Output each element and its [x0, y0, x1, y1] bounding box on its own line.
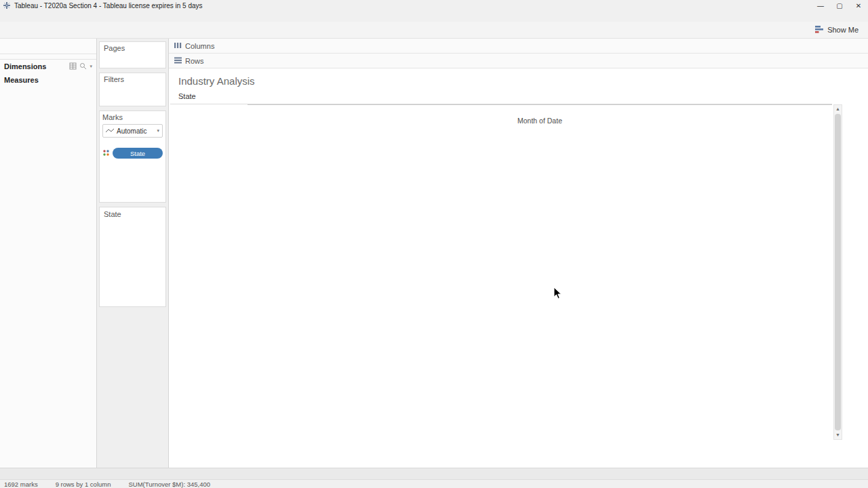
x-axis[interactable] [248, 104, 832, 115]
chevron-down-icon[interactable]: ▾ [90, 64, 92, 69]
status-rows-columns: 9 rows by 1 column [56, 481, 111, 488]
data-pane: Dimensions ▾ Measures [0, 39, 97, 468]
close-icon[interactable]: ✕ [849, 2, 868, 9]
marks-state-pill[interactable]: State [113, 148, 163, 159]
scroll-up-icon[interactable]: ▲ [835, 105, 840, 113]
columns-shelf[interactable]: Columns [169, 39, 868, 54]
filters-shelf[interactable]: Filters [99, 73, 166, 106]
rows-icon [174, 57, 182, 65]
worksheet-area: Columns Rows Industry Analysis State Mon… [169, 39, 868, 468]
cards-column: Pages Filters Marks Automatic ▾ State St… [97, 39, 169, 468]
window-title: Tableau - T2020a Section 4 - Tableau lic… [14, 2, 203, 9]
dimensions-header: Dimensions [4, 62, 46, 70]
view-grid-icon[interactable] [69, 62, 77, 71]
row-field-header[interactable]: State [178, 92, 868, 100]
sheet-title: Industry Analysis [178, 75, 868, 87]
vertical-scrollbar[interactable]: ▲ ▼ [833, 104, 842, 440]
legend-title: State [104, 210, 161, 218]
rows-shelf[interactable]: Rows [169, 54, 868, 68]
color-legend-icon [102, 149, 111, 158]
sheet-tabs-bar [0, 468, 868, 479]
line-mark-icon [106, 127, 114, 135]
status-bar: 1692 marks 9 rows by 1 column SUM(Turnov… [0, 479, 868, 488]
x-axis-title: Month of Date [248, 115, 832, 125]
sheet-canvas: Industry Analysis State Month of Date ▲ … [169, 68, 868, 468]
toolbar: Show Me [0, 22, 868, 39]
measures-header: Measures [4, 76, 39, 84]
search-icon[interactable] [79, 62, 87, 71]
menu-bar [0, 11, 868, 22]
columns-icon [174, 42, 182, 50]
mark-type-dropdown[interactable]: Automatic ▾ [102, 124, 163, 138]
color-legend-card: State [99, 207, 166, 307]
scroll-down-icon[interactable]: ▼ [835, 431, 840, 439]
show-me-icon [815, 26, 824, 35]
status-marks-count: 1692 marks [4, 481, 38, 488]
minimize-icon[interactable]: — [811, 2, 830, 9]
maximize-icon[interactable]: ▢ [830, 2, 849, 9]
mouse-cursor [553, 287, 562, 302]
show-me-button[interactable]: Show Me [815, 26, 859, 35]
pages-shelf[interactable]: Pages [99, 41, 166, 68]
scrollbar-thumb[interactable] [835, 114, 841, 430]
marks-card: Marks Automatic ▾ State [99, 110, 166, 203]
tableau-app-icon [3, 1, 11, 9]
title-bar: Tableau - T2020a Section 4 - Tableau lic… [0, 0, 868, 11]
status-aggregate: SUM(Turnover $M): 345,400 [128, 481, 210, 488]
